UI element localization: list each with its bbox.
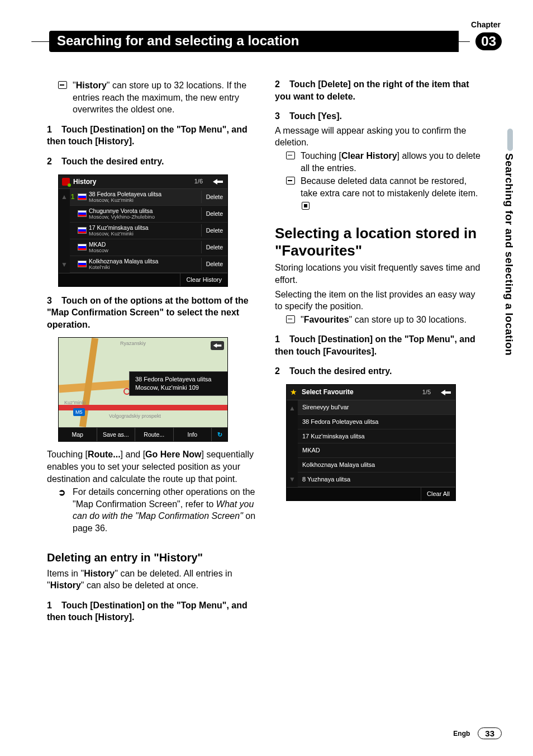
history-row[interactable]: 1 38 Fedora Poletayeva ulitsaMoscow, Kuz… xyxy=(70,189,227,206)
map-address-label: 38 Fedora Poletayeva ulitsaMoscow, Kuz'm… xyxy=(129,371,227,396)
map-canvas[interactable]: Ryazanskiy Kuz'minki Volgogradskiy prosp… xyxy=(59,338,227,427)
scroll-down-icon[interactable]: ▼ xyxy=(289,475,296,484)
deleting-para: Items in "History" can be deleted. All e… xyxy=(47,568,256,592)
route-instruction: Touching [Route...] and [Go Here Now] se… xyxy=(47,448,256,485)
map-button[interactable]: Map xyxy=(59,428,97,441)
back-icon[interactable] xyxy=(212,178,224,186)
note-icon xyxy=(286,315,295,323)
favourites-screenshot: ★ Select Favourite 1/5 ▲▼ Sirenevyy bul'… xyxy=(286,384,456,501)
right-column: 2Touch [Delete] on the right of the item… xyxy=(275,78,484,623)
scroll-up-icon[interactable]: ▲ xyxy=(61,192,68,201)
back-icon[interactable] xyxy=(440,389,452,396)
chapter-number: 03 xyxy=(475,32,502,50)
favourites-pager: 1/5 xyxy=(422,388,431,396)
side-tab: Searching for and selecting a location xyxy=(498,129,513,386)
favourite-row[interactable]: 17 Kuz'minskaya ulitsa xyxy=(298,429,455,444)
scroll-up-icon[interactable]: ▲ xyxy=(289,404,296,413)
back-icon[interactable] xyxy=(211,341,224,350)
info-button[interactable]: Info xyxy=(174,428,212,441)
favourite-row[interactable]: MKAD xyxy=(298,443,455,458)
del-step-1: 1Touch [Destination] on the "Top Menu", … xyxy=(47,599,256,623)
favourite-row[interactable]: 8 Yuzhnaya ulitsa xyxy=(298,472,455,487)
step-3: 3Touch on of the options at the bottom o… xyxy=(47,295,256,331)
left-column: "History" can store up to 32 locations. … xyxy=(47,78,256,623)
history-row[interactable]: 17 Kuz'minskaya ulitsaMoscow, Kuz'minki … xyxy=(70,223,227,239)
country-flag-icon xyxy=(78,227,87,234)
page-title: Searching for and selecting a location xyxy=(49,31,459,52)
delete-button[interactable]: Delete xyxy=(201,207,227,220)
note-icon xyxy=(286,177,295,185)
note-icon xyxy=(286,152,295,159)
language-code: Engb xyxy=(453,730,470,738)
map-screenshot: Ryazanskiy Kuz'minki Volgogradskiy prosp… xyxy=(58,337,228,442)
note-icon xyxy=(58,81,67,89)
clear-all-button[interactable]: Clear All xyxy=(421,488,455,500)
fav-step-2: 2Touch the desired entry. xyxy=(275,365,484,377)
route-button[interactable]: Route... xyxy=(135,428,174,441)
delete-button[interactable]: Delete xyxy=(201,224,227,237)
country-flag-icon xyxy=(78,261,87,267)
history-row[interactable]: MKADMoscow Delete xyxy=(70,239,227,256)
page-number: 33 xyxy=(478,727,502,739)
refresh-icon[interactable]: ↻ xyxy=(212,428,227,441)
step-2: 2Touch the desired entry. xyxy=(47,155,256,168)
end-of-section-icon xyxy=(302,202,310,210)
chapter-label: Chapter xyxy=(471,20,501,29)
del-step-2: 2Touch [Delete] on the right of the item… xyxy=(275,78,484,102)
favourite-row[interactable]: Sirenevyy bul'var xyxy=(298,400,455,415)
step-1: 1Touch [Destination] on the "Top Menu", … xyxy=(47,124,256,148)
country-flag-icon xyxy=(78,244,87,251)
note-history-capacity: "History" can store up to 32 locations. … xyxy=(58,79,256,116)
xref-arrow-icon: ➲ xyxy=(58,486,67,534)
page-footer: Engb 33 xyxy=(453,727,502,739)
delete-button[interactable]: Delete xyxy=(201,191,227,203)
cross-reference: ➲ For details concerning other operation… xyxy=(58,486,256,534)
history-title: History xyxy=(73,177,191,186)
history-row[interactable]: Chugunnye Vorota ulitsaMoscow, Vykhino-Z… xyxy=(70,206,227,223)
favourites-heading: Selecting a location stored in "Favourit… xyxy=(275,225,484,259)
star-icon: ★ xyxy=(290,387,297,398)
favourites-title: Select Favourite xyxy=(302,388,419,396)
country-flag-icon xyxy=(78,210,87,217)
deleting-heading: Deleting an entry in "History" xyxy=(47,550,256,565)
delete-button[interactable]: Delete xyxy=(201,258,227,270)
confirm-msg: A message will appear asking you to conf… xyxy=(275,125,484,149)
history-screenshot: History 1/6 ▲▼ 1 38 Fedora Poletayeva ul… xyxy=(58,174,228,287)
fav-para-1: Storing locations you visit frequently s… xyxy=(275,262,484,286)
del-step-3: 3Touch [Yes]. xyxy=(275,110,484,122)
scroll-down-icon[interactable]: ▼ xyxy=(61,260,68,269)
note-clear-history: Touching [Clear History] allows you to d… xyxy=(286,150,484,174)
scroll-bar[interactable]: ▲▼ xyxy=(287,400,298,487)
delete-button[interactable]: Delete xyxy=(201,241,227,253)
fav-para-2: Selecting the item on the list provides … xyxy=(275,289,484,313)
clear-history-button[interactable]: Clear History xyxy=(180,273,227,286)
history-pager: 1/6 xyxy=(194,177,203,186)
favourite-row[interactable]: Kolkhoznaya Malaya ulitsa xyxy=(298,458,455,472)
country-flag-icon xyxy=(78,193,87,200)
note-fav-capacity: "Favourites" can store up to 30 location… xyxy=(286,314,484,326)
fav-step-1: 1Touch [Destination] on the "Top Menu", … xyxy=(275,333,484,357)
history-row[interactable]: Kolkhoznaya Malaya ulitsaKotel'niki Dele… xyxy=(70,256,227,273)
side-tab-text: Searching for and selecting a location xyxy=(503,153,515,356)
note-caution: Because deleted data cannot be restored,… xyxy=(286,175,484,211)
page-banner: Searching for and selecting a location 0… xyxy=(31,30,502,53)
favourite-row[interactable]: 38 Fedora Poletayeva ulitsa xyxy=(298,415,455,429)
flag-icon xyxy=(62,178,70,186)
scroll-bar[interactable]: ▲▼ xyxy=(59,189,70,273)
road-number-badge: M5 xyxy=(73,408,85,416)
save-as-button[interactable]: Save as... xyxy=(97,428,136,441)
